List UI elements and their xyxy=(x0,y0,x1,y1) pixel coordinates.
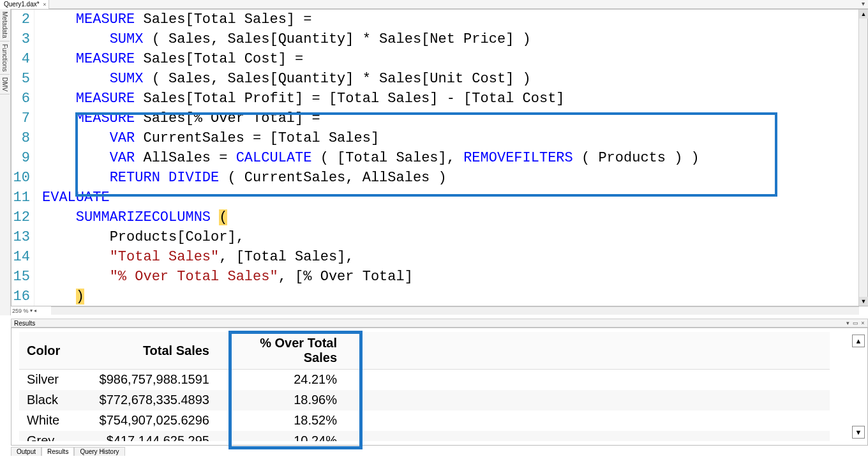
line-number: 5 xyxy=(11,69,30,89)
file-tab[interactable]: Query1.dax* × xyxy=(0,0,49,9)
line-number: 11 xyxy=(11,188,30,207)
cell-total-sales: $986,757,988.1591 xyxy=(89,370,217,390)
zoom-dropdown-icon[interactable]: ▾ xyxy=(30,308,33,313)
line-number: 7 xyxy=(11,109,30,128)
results-minimize-icon[interactable]: ▭ xyxy=(852,319,858,327)
line-number-gutter: 2345678910111213141516 xyxy=(11,10,34,306)
file-tab-label: Query1.dax* xyxy=(4,1,40,8)
table-row[interactable]: Black$772,678,335.489318.96% xyxy=(19,390,830,410)
code-line[interactable]: VAR CurrentSales = [Total Sales] xyxy=(34,128,858,148)
editor-tab-bar: Query1.dax* × ▾ xyxy=(0,0,868,9)
code-line[interactable]: SUMMARIZECOLUMNS ( xyxy=(34,207,858,227)
line-number: 10 xyxy=(11,168,30,188)
tab-results[interactable]: Results xyxy=(41,447,74,456)
code-line[interactable]: ) xyxy=(34,287,858,306)
sidetab-dmv[interactable]: DMV xyxy=(0,75,10,94)
cell-color: Silver xyxy=(19,370,89,390)
zoom-indicator[interactable]: 259 % ▾ ◂ xyxy=(11,306,36,315)
sidetab-functions[interactable]: Functions xyxy=(0,41,10,75)
line-number: 15 xyxy=(11,267,30,287)
line-number: 14 xyxy=(11,247,30,267)
line-number: 2 xyxy=(11,10,30,29)
cell-total-sales: $417,144,625.295 xyxy=(89,431,217,442)
code-line[interactable]: EVALUATE xyxy=(34,188,858,207)
zoom-value: 259 % xyxy=(12,308,29,314)
results-panel-title: Results xyxy=(14,320,35,327)
cell-color: White xyxy=(19,410,89,431)
line-number: 6 xyxy=(11,89,30,109)
col-header-empty xyxy=(345,332,830,370)
cell-pct: 10.24% xyxy=(217,431,345,442)
code-area[interactable]: MEASURE Sales[Total Sales] = SUMX ( Sale… xyxy=(34,10,858,306)
code-line[interactable]: "% Over Total Sales", [% Over Total] xyxy=(34,267,858,287)
close-tab-icon[interactable]: × xyxy=(43,0,46,9)
grid-vertical-scrollbar[interactable]: ▲ ▼ xyxy=(852,335,865,439)
results-grid[interactable]: Color Total Sales % Over Total Sales Sil… xyxy=(19,332,848,441)
cell-color: Black xyxy=(19,390,89,410)
code-line[interactable]: MEASURE Sales[Total Profit] = [Total Sal… xyxy=(34,89,858,109)
zoom-scroll-icon[interactable]: ◂ xyxy=(34,308,36,313)
code-line[interactable]: SUMX ( Sales, Sales[Quantity] * Sales[Ne… xyxy=(34,29,858,49)
col-header-pct[interactable]: % Over Total Sales xyxy=(217,332,345,370)
line-number: 3 xyxy=(11,29,30,49)
table-row[interactable]: White$754,907,025.629618.52% xyxy=(19,410,830,431)
results-panel: Color Total Sales % Over Total Sales Sil… xyxy=(11,327,868,446)
tab-output[interactable]: Output xyxy=(11,447,41,456)
sidetab-metadata[interactable]: Metadata xyxy=(0,9,10,41)
scroll-down-button[interactable]: ▼ xyxy=(859,297,868,306)
line-number: 8 xyxy=(11,128,30,148)
table-row[interactable]: Grey$417,144,625.29510.24% xyxy=(19,431,830,442)
line-number: 13 xyxy=(11,227,30,247)
cell-color: Grey xyxy=(19,431,89,442)
cell-pct: 18.52% xyxy=(217,410,345,431)
cell-total-sales: $772,678,335.4893 xyxy=(89,390,217,410)
tab-overflow-button[interactable]: ▾ xyxy=(859,0,867,8)
line-number: 9 xyxy=(11,148,30,168)
code-line[interactable]: SUMX ( Sales, Sales[Quantity] * Sales[Un… xyxy=(34,69,858,89)
results-dropdown-icon[interactable]: ▾ xyxy=(844,319,851,327)
code-line[interactable]: RETURN DIVIDE ( CurrentSales, AllSales ) xyxy=(34,168,858,188)
code-line[interactable]: Products[Color], xyxy=(34,227,858,247)
grid-scroll-down-button[interactable]: ▼ xyxy=(852,426,865,439)
cell-pct: 24.21% xyxy=(217,370,345,390)
code-line[interactable]: "Total Sales", [Total Sales], xyxy=(34,247,858,267)
line-number: 12 xyxy=(11,207,30,227)
cell-pct: 18.96% xyxy=(217,390,345,410)
side-tool-tabs: Metadata Functions DMV xyxy=(0,9,11,315)
col-header-total-sales[interactable]: Total Sales xyxy=(89,332,217,370)
results-panel-header: Results ▾ ▭ × xyxy=(11,319,868,327)
table-row[interactable]: Silver$986,757,988.159124.21% xyxy=(19,370,830,390)
editor-vertical-scrollbar[interactable]: ▲ ▼ xyxy=(858,10,867,306)
tab-query-history[interactable]: Query History xyxy=(74,447,124,456)
code-line[interactable]: VAR AllSales = CALCULATE ( [Total Sales]… xyxy=(34,148,858,168)
cell-total-sales: $754,907,025.6296 xyxy=(89,410,217,431)
line-number: 16 xyxy=(11,287,30,306)
code-editor[interactable]: 2345678910111213141516 MEASURE Sales[Tot… xyxy=(11,9,868,306)
col-header-color[interactable]: Color xyxy=(19,332,89,370)
editor-horizontal-scrollbar[interactable] xyxy=(51,306,859,315)
line-number: 4 xyxy=(11,49,30,69)
bottom-tab-bar: Output Results Query History xyxy=(11,447,125,456)
grid-scroll-up-button[interactable]: ▲ xyxy=(852,335,865,347)
code-line[interactable]: MEASURE Sales[Total Sales] = xyxy=(34,10,858,29)
scroll-up-button[interactable]: ▲ xyxy=(859,10,868,19)
code-line[interactable]: MEASURE Sales[Total Cost] = xyxy=(34,49,858,69)
results-close-icon[interactable]: × xyxy=(860,319,866,327)
code-line[interactable]: MEASURE Sales[% Over Total] = xyxy=(34,109,858,128)
